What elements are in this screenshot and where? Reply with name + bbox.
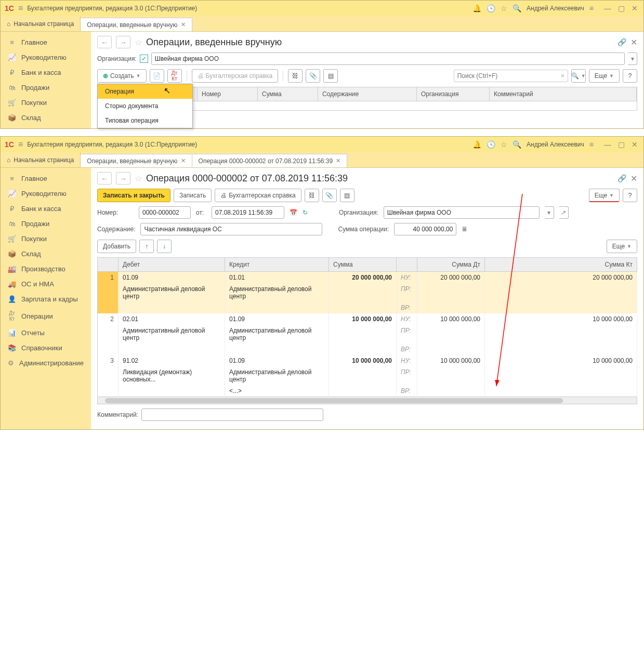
create-button[interactable]: ⊕Создать▼ — [97, 69, 147, 83]
sidebar-item-sales[interactable]: 🛍Продажи — [1, 216, 91, 231]
sidebar-hamburger[interactable]: ≡Главное — [1, 171, 91, 186]
tab-home[interactable]: ⌂ Начальная страница — [1, 16, 81, 31]
create-menu-storno[interactable]: Сторно документа — [98, 99, 192, 113]
table-more-button[interactable]: Еще▼ — [607, 240, 637, 253]
sidebar-item-manager[interactable]: 📈Руководителю — [1, 50, 91, 65]
favorite-icon[interactable]: ☆ — [135, 174, 142, 183]
link-icon[interactable]: 🔗 — [617, 174, 626, 182]
close-tab-icon[interactable]: ✕ — [181, 21, 186, 28]
close-window-icon[interactable]: ✕ — [630, 140, 639, 149]
save-close-button[interactable]: Записать и закрыть — [97, 189, 170, 202]
close-page-icon[interactable]: ✕ — [630, 174, 637, 183]
col-sum-kt[interactable]: Сумма Кт — [485, 258, 637, 272]
main-menu-icon[interactable]: ≡ — [18, 4, 23, 13]
clear-search-icon[interactable]: × — [561, 72, 564, 80]
maximize-icon[interactable]: ▢ — [616, 140, 626, 149]
date-input[interactable] — [212, 206, 284, 219]
star-icon[interactable]: ☆ — [501, 4, 507, 12]
sidebar-item-purchases[interactable]: 🛒Покупки — [1, 231, 91, 246]
num-input[interactable] — [139, 206, 191, 219]
tab-operation-doc[interactable]: Операция 0000-000002 от 07.08.2019 11:56… — [192, 154, 348, 167]
table-row[interactable]: 3 91.0201.0910 000 000,00 НУ:10 000 000,… — [98, 355, 637, 366]
settings-icon[interactable]: ≡ — [589, 4, 594, 12]
search-input[interactable] — [457, 72, 561, 80]
help-button[interactable]: ? — [623, 69, 637, 83]
maximize-icon[interactable]: ▢ — [616, 4, 626, 12]
copy-button[interactable]: 📄 — [150, 69, 164, 83]
sidebar-item-bank[interactable]: ₽Банк и касса — [1, 201, 91, 216]
content-input[interactable] — [140, 223, 322, 235]
attach-button[interactable]: 📎 — [306, 69, 320, 83]
col-debit[interactable]: Дебет — [119, 258, 225, 272]
close-page-icon[interactable]: ✕ — [630, 37, 637, 47]
create-menu-operation[interactable]: Операция — [98, 84, 192, 99]
search-button[interactable]: 🔍▼ — [571, 69, 586, 83]
sidebar-item-reports[interactable]: 📊Отчеты — [1, 325, 91, 340]
accounting-ref-button[interactable]: 🖨Бухгалтерская справка — [192, 69, 279, 83]
sidebar-item-admin[interactable]: ⚙Администрирование — [1, 355, 91, 371]
related-docs-button[interactable]: ⛓ — [305, 189, 319, 202]
sidebar-item-operations[interactable]: ДтКтОперации — [1, 307, 91, 325]
back-button[interactable]: ← — [97, 36, 112, 48]
table-row[interactable]: 1 01.0901.0120 000 000,00 НУ:20 000 000,… — [98, 272, 637, 284]
forward-button[interactable]: → — [116, 36, 130, 48]
sidebar-item-purchases[interactable]: 🛒Покупки — [1, 95, 91, 110]
sidebar-hamburger[interactable]: ≡Главное — [1, 35, 91, 50]
attach-button[interactable]: 📎 — [322, 189, 337, 202]
bell-icon[interactable]: 🔔 — [472, 140, 481, 149]
close-window-icon[interactable]: ✕ — [630, 4, 639, 12]
table-row[interactable]: ВР: — [98, 302, 637, 313]
more-button-2[interactable]: Еще▼ — [589, 189, 620, 202]
info-button[interactable]: ▤ — [323, 69, 338, 83]
col-org[interactable]: Организация — [417, 87, 490, 101]
move-down-button[interactable]: ↓ — [157, 240, 172, 253]
create-menu-typical[interactable]: Типовая операция — [98, 113, 192, 128]
forward-button[interactable]: → — [116, 172, 130, 184]
table-row[interactable]: Ликвидация (демонтаж) основных...Админис… — [98, 366, 637, 385]
sidebar-item-sales[interactable]: 🛍Продажи — [1, 80, 91, 95]
search-box[interactable]: × — [454, 70, 568, 82]
sidebar-item-bank[interactable]: ₽Банк и касса — [1, 65, 91, 80]
dtkt-button[interactable]: ДтКт — [167, 69, 182, 83]
star-icon[interactable]: ☆ — [501, 140, 507, 149]
tab-operations[interactable]: Операции, введенные вручную ✕ — [81, 18, 192, 31]
col-content[interactable]: Содержание — [318, 87, 417, 101]
search-icon[interactable]: 🔍 — [512, 140, 521, 149]
move-up-button[interactable]: ↑ — [139, 240, 154, 253]
accounting-ref-button[interactable]: 🖨Бухгалтерская справка — [215, 189, 301, 202]
history-icon[interactable]: 🕓 — [487, 4, 495, 12]
table-row[interactable]: 2 02.0101.0910 000 000,00 НУ:10 000 000,… — [98, 313, 637, 325]
back-button[interactable]: ← — [97, 172, 112, 184]
org-dropdown-icon[interactable]: ▾ — [628, 52, 637, 65]
table-row[interactable]: Административный деловой центрАдминистра… — [98, 325, 637, 344]
table-row[interactable]: ВР: — [98, 344, 637, 355]
help-button[interactable]: ? — [623, 189, 637, 202]
table-row[interactable]: <...> ВР: — [98, 385, 637, 397]
org-dropdown-icon[interactable]: ▾ — [545, 206, 554, 219]
settings-icon[interactable]: ≡ — [589, 140, 594, 149]
minimize-icon[interactable]: — — [603, 140, 612, 149]
col-comment[interactable]: Комментарий — [490, 87, 637, 101]
close-tab-icon[interactable]: ✕ — [181, 157, 186, 164]
col-number[interactable]: Номер — [198, 87, 258, 101]
comment-input[interactable] — [141, 408, 323, 421]
sidebar-item-production[interactable]: 🏭Производство — [1, 261, 91, 276]
col-credit[interactable]: Кредит — [225, 258, 329, 272]
sidebar-item-catalogs[interactable]: 📚Справочники — [1, 340, 91, 355]
org-checkbox[interactable]: ✓ — [140, 55, 148, 63]
col-sum-dt[interactable]: Сумма Дт — [417, 258, 485, 272]
search-icon[interactable]: 🔍 — [512, 4, 521, 12]
minimize-icon[interactable]: — — [603, 4, 612, 12]
sidebar-item-warehouse[interactable]: 📦Склад — [1, 110, 91, 125]
sum-input[interactable] — [394, 223, 456, 235]
bell-icon[interactable]: 🔔 — [472, 4, 481, 12]
sidebar-item-warehouse[interactable]: 📦Склад — [1, 246, 91, 261]
org-input[interactable] — [384, 206, 540, 219]
tab-operations-list[interactable]: Операции, введенные вручную ✕ — [81, 154, 192, 167]
col-sum[interactable]: Сумма — [258, 87, 318, 101]
related-docs-button[interactable]: ⛓ — [288, 69, 303, 83]
main-menu-icon[interactable]: ≡ — [18, 140, 23, 149]
save-button[interactable]: Записать — [174, 189, 212, 202]
sidebar-item-salary[interactable]: 👤Зарплата и кадры — [1, 292, 91, 307]
add-row-button[interactable]: Добавить — [97, 240, 136, 253]
